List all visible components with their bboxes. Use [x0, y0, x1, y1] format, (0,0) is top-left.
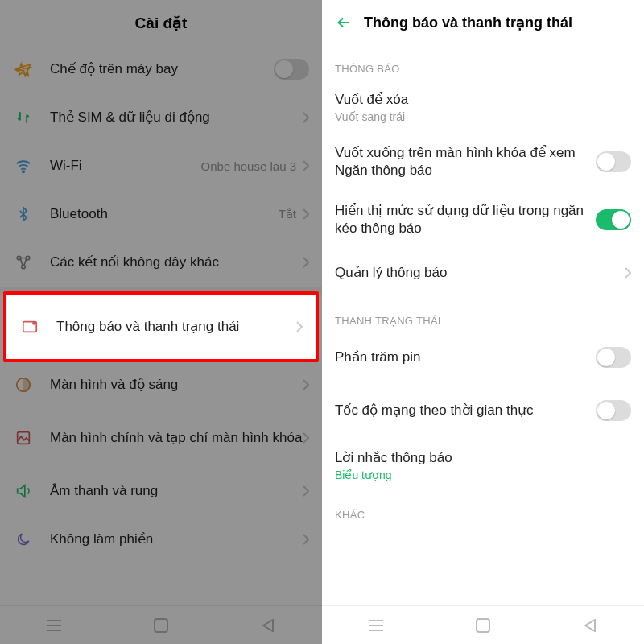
link-icon: [13, 252, 34, 273]
dnd-label: Không làm phiền: [50, 530, 303, 548]
row-wireless[interactable]: Các kết nối không dây khác: [0, 238, 322, 287]
brightness-icon: [13, 374, 34, 395]
chevron-right-icon: [303, 485, 309, 497]
swipe-sub: Vuốt sang trái: [335, 110, 631, 123]
row-lockscreen-swipe[interactable]: Vuốt xuống trên màn hình khóa để xem Ngă…: [322, 133, 644, 191]
page-title: Thông báo và thanh trạng thái: [364, 14, 572, 31]
row-battery-percent[interactable]: Phần trăm pin: [322, 333, 644, 382]
header: Cài đặt: [0, 0, 322, 45]
row-swipe-delete[interactable]: Vuốt để xóa Vuốt sang trái: [322, 81, 644, 133]
row-home[interactable]: Màn hình chính và tạp chí màn hình khóa: [0, 409, 322, 467]
row-notifications[interactable]: Thông báo và thanh trạng thái: [6, 295, 316, 359]
row-reminder[interactable]: Lời nhắc thông báo Biểu tượng: [322, 440, 644, 491]
notifications-screen: Thông báo và thanh trạng thái THÔNG BÁO …: [322, 0, 644, 644]
svg-point-3: [22, 265, 26, 269]
svg-rect-9: [477, 619, 489, 632]
reminder-label: Lời nhắc thông báo: [335, 449, 631, 467]
moon-icon: [13, 529, 34, 550]
sound-label: Âm thanh và rung: [50, 482, 303, 500]
chevron-right-icon: [303, 379, 309, 390]
row-sound[interactable]: Âm thanh và rung: [0, 467, 322, 515]
nav-home-icon[interactable]: [145, 609, 177, 642]
row-wifi[interactable]: Wi-Fi Onbe house lau 3: [0, 142, 322, 190]
wifi-value: Onbe house lau 3: [201, 159, 296, 173]
highlight-box: Thông báo và thanh trạng thái: [3, 291, 319, 362]
notifications-list: THÔNG BÁO Vuốt để xóa Vuốt sang trái Vuố…: [322, 45, 644, 605]
wireless-label: Các kết nối không dây khác: [50, 254, 303, 271]
row-manage-notifications[interactable]: Quản lý thông báo: [322, 249, 644, 297]
page-title: Cài đặt: [135, 14, 188, 32]
lockswipe-label: Vuốt xuống trên màn hình khóa để xem Ngă…: [335, 144, 596, 180]
nav-home-icon[interactable]: [467, 609, 499, 642]
svg-point-0: [23, 171, 24, 172]
bluetooth-value: Tắt: [279, 207, 296, 221]
swipe-label: Vuốt để xóa: [335, 91, 631, 109]
reminder-sub: Biểu tượng: [335, 469, 631, 481]
airplane-label: Chế độ trên máy bay: [50, 60, 274, 78]
datausage-label: Hiển thị mức sử dụng dữ liệu trong ngăn …: [335, 202, 596, 237]
netspeed-label: Tốc độ mạng theo thời gian thực: [335, 402, 596, 419]
row-sim[interactable]: Thẻ SIM & dữ liệu di động: [0, 93, 322, 142]
row-display[interactable]: Màn hình và độ sáng: [0, 361, 322, 409]
battery-label: Phần trăm pin: [335, 349, 596, 366]
section-header-notifications: THÔNG BÁO: [322, 45, 644, 81]
svg-point-5: [32, 321, 36, 325]
chevron-right-icon: [625, 267, 631, 279]
display-label: Màn hình và độ sáng: [50, 376, 303, 394]
back-button[interactable]: [335, 14, 353, 31]
notification-icon: [19, 316, 40, 337]
settings-screen: Cài đặt Chế độ trên máy bay Thẻ SIM & dữ…: [0, 0, 322, 644]
bluetooth-label: Bluetooth: [50, 205, 279, 223]
chevron-right-icon: [296, 321, 303, 332]
chevron-right-icon: [303, 432, 309, 444]
section-header-other: KHÁC: [322, 491, 644, 527]
section-header-statusbar: THANH TRẠNG THÁI: [322, 297, 644, 333]
airplane-icon: [13, 59, 34, 80]
nav-back-icon[interactable]: [252, 609, 284, 642]
chevron-right-icon: [303, 112, 309, 123]
wifi-icon: [13, 155, 34, 176]
sound-icon: [13, 481, 34, 502]
row-airplane[interactable]: Chế độ trên máy bay: [0, 45, 322, 93]
chevron-right-icon: [303, 160, 309, 171]
nav-bar: [322, 605, 644, 644]
wifi-label: Wi-Fi: [50, 157, 201, 175]
netspeed-toggle[interactable]: [596, 400, 631, 421]
chevron-right-icon: [303, 534, 309, 545]
chevron-right-icon: [303, 208, 309, 220]
datausage-toggle[interactable]: [596, 209, 631, 230]
nav-back-icon[interactable]: [574, 609, 606, 642]
row-netspeed[interactable]: Tốc độ mạng theo thời gian thực: [322, 382, 644, 440]
chevron-right-icon: [303, 257, 309, 268]
lockswipe-toggle[interactable]: [596, 151, 631, 172]
bluetooth-icon: [13, 204, 34, 225]
notifications-label: Thông báo và thanh trạng thái: [56, 318, 296, 336]
home-label: Màn hình chính và tạp chí màn hình khóa: [50, 429, 303, 447]
settings-list: Chế độ trên máy bay Thẻ SIM & dữ liệu di…: [0, 45, 322, 605]
row-dnd[interactable]: Không làm phiền: [0, 515, 322, 564]
airplane-toggle[interactable]: [274, 59, 309, 80]
manage-label: Quản lý thông báo: [335, 264, 625, 282]
svg-rect-8: [155, 619, 167, 632]
row-data-usage[interactable]: Hiển thị mức sử dụng dữ liệu trong ngăn …: [322, 191, 644, 249]
nav-recents-icon[interactable]: [360, 609, 392, 642]
sim-icon: [13, 107, 34, 128]
row-bluetooth[interactable]: Bluetooth Tắt: [0, 190, 322, 238]
nav-recents-icon[interactable]: [38, 609, 70, 642]
header: Thông báo và thanh trạng thái: [322, 0, 644, 45]
battery-toggle[interactable]: [596, 347, 631, 368]
home-icon: [13, 427, 34, 448]
sim-label: Thẻ SIM & dữ liệu di động: [50, 109, 303, 126]
nav-bar: [0, 605, 322, 644]
